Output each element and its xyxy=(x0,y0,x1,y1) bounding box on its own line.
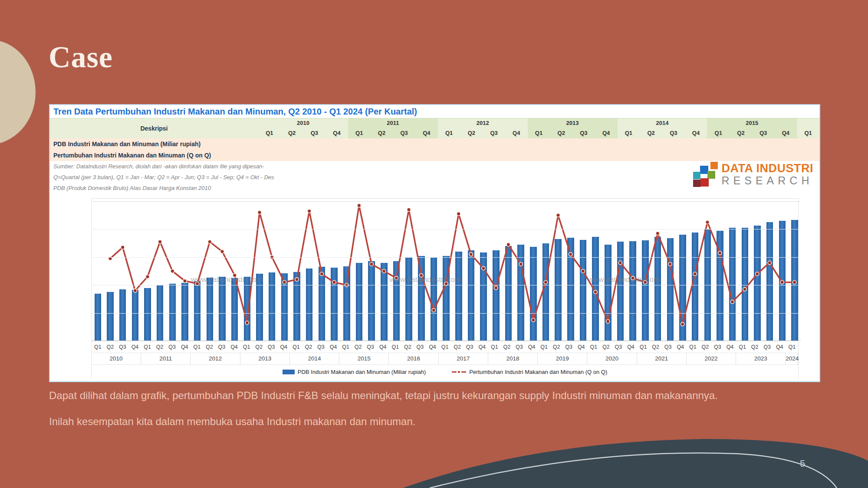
line-marker xyxy=(146,275,149,278)
body-paragraph-1: Dapat dilihat dalam grafik, pertumbuhan … xyxy=(49,390,830,402)
x-quarter-label: Q3 xyxy=(464,341,476,353)
line-marker xyxy=(382,269,385,273)
header-quarter-label: Q3 xyxy=(303,128,326,138)
gridline xyxy=(92,313,801,314)
gridline xyxy=(92,229,801,229)
line-marker xyxy=(618,261,622,264)
line-marker xyxy=(494,286,497,289)
legend-bar-swatch xyxy=(283,370,295,374)
chart-title: Tren Data Pertumbuhan Industri Makanan d… xyxy=(50,105,819,118)
header-quarter-label: Q4 xyxy=(775,128,797,138)
x-quarter-label: Q3 xyxy=(761,341,773,353)
x-quarter-label: Q4 xyxy=(426,341,439,353)
line-marker xyxy=(283,281,286,284)
line-marker xyxy=(706,220,709,224)
line-marker xyxy=(295,278,299,281)
plot-area: www.dataindustri.comwww.dataindustri.com… xyxy=(92,201,801,341)
x-year-label: 2016 xyxy=(389,353,438,364)
line-marker xyxy=(469,252,473,256)
line-marker xyxy=(606,320,609,323)
header-quarter-label: Q1 xyxy=(258,128,281,138)
x-quarter-label: Q4 xyxy=(674,341,687,353)
line-marker xyxy=(332,281,336,284)
header-year-label: 2011 xyxy=(348,118,438,128)
x-quarter-label: Q4 xyxy=(129,341,141,353)
x-quarter-label: Q4 xyxy=(476,341,488,353)
x-quarter-label: Q2 xyxy=(550,341,563,353)
header-quarter-label: Q3 xyxy=(483,128,505,138)
header-year-group: Q1 xyxy=(797,118,819,138)
x-quarter-label: Q2 xyxy=(203,341,216,353)
line-marker xyxy=(730,300,734,304)
logo-line2: RESEARCH xyxy=(722,175,813,187)
x-quarter-label: Q3 xyxy=(711,341,724,353)
x-quarter-label: Q1 xyxy=(240,341,253,353)
line-marker xyxy=(370,262,373,266)
x-axis-year-labels: 2010201120122013201420152016201720182019… xyxy=(92,353,798,364)
line-marker xyxy=(208,240,211,243)
x-quarter-label: Q2 xyxy=(749,341,761,353)
table-header-deskripsi: Deskripsi xyxy=(50,118,258,138)
x-quarter-label: Q1 xyxy=(538,341,550,353)
header-quarter-label: Q3 xyxy=(572,128,595,138)
x-quarter-label: Q4 xyxy=(277,341,290,353)
x-year-label: 2013 xyxy=(240,353,290,364)
legend-bar-label: PDB Industri Makanan dan Minuman (Miliar… xyxy=(298,369,426,375)
line-marker xyxy=(556,213,560,217)
header-year-label xyxy=(797,118,819,128)
logo-line1: DATA INDUSTRI xyxy=(722,162,813,175)
x-year-label: 2014 xyxy=(290,353,339,364)
line-marker xyxy=(718,251,721,255)
x-year-label: 2017 xyxy=(439,353,488,364)
header-quarter-label: Q2 xyxy=(730,128,752,138)
header-quarter-label: Q1 xyxy=(528,128,550,138)
line-marker xyxy=(357,203,361,207)
line-marker xyxy=(482,266,485,270)
x-quarter-label: Q1 xyxy=(389,341,402,353)
header-year-group: 2010Q1Q2Q3Q4 xyxy=(258,118,348,138)
x-quarter-label: Q3 xyxy=(562,341,575,353)
header-quarter-label: Q2 xyxy=(460,128,483,138)
table-row-pdb: PDB Industri Makanan dan Minuman (Miliar… xyxy=(50,138,819,150)
x-quarter-label: Q4 xyxy=(327,341,340,353)
chart-panel: Tren Data Pertumbuhan Industri Makanan d… xyxy=(49,104,820,382)
x-quarter-label: Q1 xyxy=(439,341,451,353)
x-quarter-label: Q4 xyxy=(377,341,389,353)
x-axis-line xyxy=(92,341,801,341)
gridline xyxy=(92,201,801,202)
logo-text: DATA INDUSTRI RESEARCH xyxy=(722,162,813,187)
line-marker xyxy=(755,272,759,275)
x-quarter-label: Q2 xyxy=(600,341,612,353)
x-quarter-label: Q1 xyxy=(786,341,799,353)
x-quarter-label: Q3 xyxy=(513,341,526,353)
x-quarter-label: Q1 xyxy=(141,341,154,353)
line-marker xyxy=(681,322,684,326)
x-year-label: 2012 xyxy=(191,353,240,364)
x-quarter-label: Q3 xyxy=(116,341,129,353)
x-axis-quarter-labels: Q1Q2Q3Q4Q1Q2Q3Q4Q1Q2Q3Q4Q1Q2Q3Q4Q1Q2Q3Q4… xyxy=(92,341,798,353)
gridline xyxy=(92,257,801,258)
gridline xyxy=(92,285,801,285)
line-marker xyxy=(668,262,672,266)
x-quarter-label: Q4 xyxy=(724,341,736,353)
line-marker xyxy=(320,272,323,275)
data-industri-logo: DATA INDUSTRI RESEARCH xyxy=(693,162,813,187)
header-quarter-label: Q4 xyxy=(415,128,438,138)
x-quarter-label: Q2 xyxy=(501,341,513,353)
header-year-group: 2012Q1Q2Q3Q4 xyxy=(438,118,528,138)
line-marker xyxy=(432,308,435,312)
x-quarter-label: Q4 xyxy=(575,341,588,353)
line-marker xyxy=(519,262,523,266)
legend-item-bars: PDB Industri Makanan dan Minuman (Miliar… xyxy=(283,369,426,375)
x-quarter-label: Q2 xyxy=(154,341,166,353)
x-quarter-label: Q1 xyxy=(339,341,352,353)
header-quarter-label: Q4 xyxy=(685,128,707,138)
x-quarter-label: Q2 xyxy=(352,341,365,353)
line-marker xyxy=(544,281,547,284)
legend-line-label: Pertumbuhan Industri Makanan dan Minuman… xyxy=(469,369,607,375)
x-quarter-label: Q2 xyxy=(302,341,315,353)
header-quarter-label: Q2 xyxy=(371,128,393,138)
x-year-label: 2024 xyxy=(786,353,798,364)
slide-title: Case xyxy=(49,40,113,75)
x-quarter-label: Q3 xyxy=(166,341,178,353)
